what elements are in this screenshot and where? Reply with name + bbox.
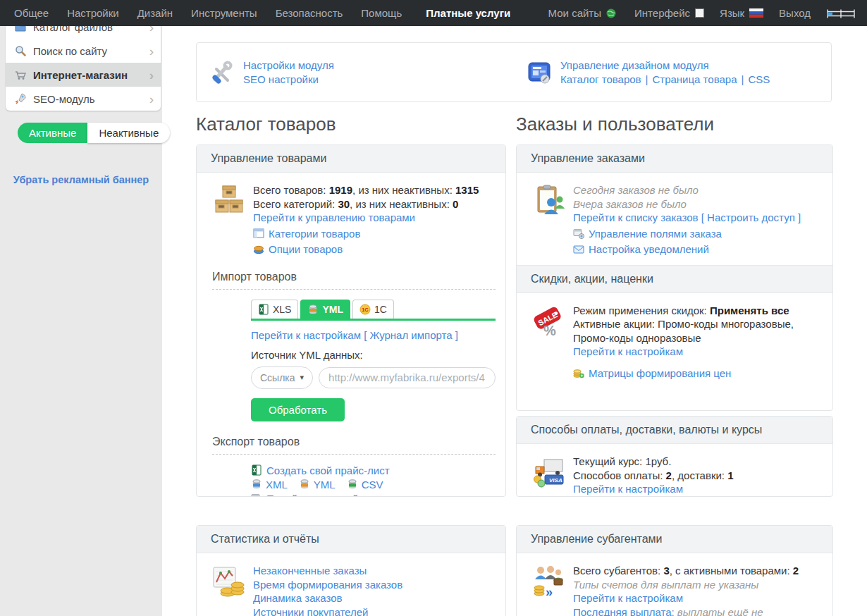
yml-db-icon	[307, 304, 319, 315]
admin-page: Общее Настройки Дизайн Инструменты Безоп…	[0, 0, 867, 616]
import-tabs: XLS YML 1С 1C	[251, 300, 496, 321]
chevron-right-icon: ›	[149, 68, 154, 82]
last-payment-link[interactable]: Последняя выплата:	[573, 606, 675, 616]
orders-access-link[interactable]: [ Настроить доступ ]	[701, 211, 801, 223]
module-bar: Настройки модуля SEO настройки Управлени…	[196, 42, 832, 102]
order-fields-link[interactable]: Управление полями заказа	[589, 227, 722, 241]
nav-help[interactable]: Помощь	[361, 7, 402, 19]
xml-db-icon	[251, 479, 262, 490]
filter-inactive-button[interactable]: Неактивные	[87, 123, 170, 143]
orders-dynamics-link[interactable]: Динамика заказов	[253, 591, 402, 605]
sidebar-item-site-search[interactable]: Поиск по сайту ›	[6, 39, 161, 63]
filter-active-button[interactable]: Активные	[18, 123, 87, 143]
nav-language[interactable]: Язык	[720, 7, 763, 19]
export-xml-link[interactable]: XML	[266, 479, 288, 491]
module-settings-tools-icon	[209, 60, 235, 85]
design-product-page-link[interactable]: Страница товара	[652, 73, 737, 85]
remove-banner-link[interactable]: Убрать рекламный баннер	[0, 174, 162, 185]
payment-methods-line: Способов оплаты: 2, доставки: 1	[573, 469, 734, 483]
nav-my-sites[interactable]: Мои сайты	[548, 7, 619, 19]
width-slider-icon[interactable]	[826, 8, 856, 18]
source-type-select[interactable]: Ссылка ▾	[251, 366, 313, 389]
nav-settings[interactable]: Настройки	[67, 7, 119, 19]
notifications-link[interactable]: Настройка уведомлений	[589, 242, 709, 257]
catalog-column-title: Каталог товаров	[196, 113, 336, 135]
orders-panel: Управление заказами Сегодня заказов не б…	[516, 144, 833, 411]
sidebar-item-seo-module[interactable]: SEO-модуль ›	[6, 87, 161, 111]
orders-panel-header: Управление заказами	[517, 145, 832, 173]
envelope-icon	[573, 244, 584, 255]
sidebar-item-online-shop[interactable]: Интернет-магазин ›	[6, 63, 161, 87]
unfinished-orders-link[interactable]: Незаконченные заказы	[253, 564, 402, 578]
nav-tools[interactable]: Инструменты	[191, 7, 257, 19]
tab-xls[interactable]: XLS	[251, 300, 298, 319]
export-settings-link[interactable]: Перейти к настройкам	[266, 493, 376, 498]
design-css-link[interactable]: CSS	[748, 73, 770, 85]
nav-design[interactable]: Дизайн	[137, 7, 173, 19]
sale-tag-icon: SALE%	[532, 304, 566, 381]
boxes-icon	[212, 183, 246, 257]
design-catalog-link[interactable]: Каталог товаров	[560, 73, 641, 85]
last-payment-line: Последняя выплата: выплаты ещё не произв…	[573, 605, 823, 616]
nav-interface[interactable]: Интерфейс	[634, 7, 704, 19]
1c-icon: 1С	[359, 304, 371, 315]
export-yml-link[interactable]: YML	[314, 479, 336, 491]
source-type-value: Ссылка	[260, 372, 295, 383]
interface-theme-icon	[695, 8, 704, 18]
module-settings-link[interactable]: Настройки модуля	[243, 59, 334, 71]
nav-general[interactable]: Общее	[14, 7, 49, 19]
price-matrix-link[interactable]: Матрицы формирования цен	[589, 366, 731, 381]
nav-my-sites-label: Мои сайты	[548, 7, 601, 19]
product-options-link[interactable]: Опции товаров	[269, 242, 343, 257]
export-csv-link[interactable]: CSV	[362, 479, 383, 491]
chart-coins-icon	[212, 564, 246, 616]
nav-logout[interactable]: Выход	[779, 7, 811, 19]
yml-url-input[interactable]	[319, 367, 496, 388]
nav-paid-services[interactable]: Платные услуги	[426, 7, 510, 19]
module-settings-group: Настройки модуля SEO настройки	[197, 59, 514, 85]
seo-settings-link[interactable]: SEO настройки	[243, 73, 334, 85]
order-formation-time-link[interactable]: Время формирования заказов	[253, 578, 402, 592]
tab-1c-label: 1C	[374, 304, 387, 315]
subagents-panel-header: Управление субагентами	[517, 526, 832, 553]
discounts-settings-link[interactable]: Перейти к настройкам	[573, 345, 683, 357]
tab-xls-label: XLS	[273, 304, 291, 315]
clipboard-users-icon	[532, 183, 566, 257]
nav-interface-label: Интерфейс	[634, 7, 690, 19]
payments-panel-header: Способы оплаты, доставки, валюты и курсы	[517, 417, 832, 444]
product-categories-link[interactable]: Категории товаров	[269, 227, 360, 241]
settings-transfer-icon	[251, 493, 262, 497]
subagents-total-line: Всего субагентов: 3, с активными товарам…	[573, 564, 823, 578]
price-matrix-coins-icon	[573, 367, 584, 378]
design-monitor-icon	[527, 60, 552, 85]
tab-yml[interactable]: YML	[300, 300, 350, 319]
nav-security[interactable]: Безопасность	[276, 7, 343, 19]
payments-settings-link[interactable]: Перейти к настройкам	[573, 483, 683, 495]
import-settings-link[interactable]: Перейти к настройкам	[251, 329, 361, 341]
module-design-group: Управление дизайном модуля Каталог товар…	[514, 59, 831, 85]
subagents-settings-link[interactable]: Перейти к настройкам	[573, 592, 683, 604]
svg-text:%: %	[543, 323, 556, 338]
import-journal-link[interactable]: [ Журнал импорта ]	[364, 329, 458, 341]
excel-icon	[251, 464, 262, 476]
chevron-right-icon: ›	[149, 44, 154, 58]
design-manage-link[interactable]: Управление дизайном модуля	[560, 59, 770, 71]
orders-list-link[interactable]: Перейти к списку заказов	[573, 211, 699, 223]
active-promos-line: Активные акции: Промо-коды многоразовые,…	[573, 317, 823, 345]
payments-panel: Способы оплаты, доставки, валюты и курсы…	[516, 416, 833, 497]
separator: |	[741, 73, 744, 85]
create-pricelist-link[interactable]: Создать свой прайс-лист	[266, 464, 390, 476]
import-section-header: Импорт товаров	[212, 271, 496, 290]
buyer-sources-link[interactable]: Источники покупателей	[253, 605, 402, 616]
options-stack-icon	[253, 244, 264, 255]
discounts-header: Скидки, акции, наценки	[517, 265, 832, 293]
tab-1c[interactable]: 1С 1C	[352, 300, 394, 319]
process-button[interactable]: Обработать	[251, 398, 345, 421]
cart-icon	[14, 68, 27, 81]
manage-products-link[interactable]: Перейти к управлению товарами	[253, 211, 415, 223]
stats-panel: Статистика и отчёты Незаконченные заказы…	[196, 525, 506, 616]
payout-accounts-note: Типы счетов для выплат не указаны	[573, 578, 823, 592]
sidebar-item-label: Интернет-магазин	[33, 69, 128, 81]
main-content: Настройки модуля SEO настройки Управлени…	[162, 26, 867, 616]
yml-db-icon	[299, 479, 310, 490]
